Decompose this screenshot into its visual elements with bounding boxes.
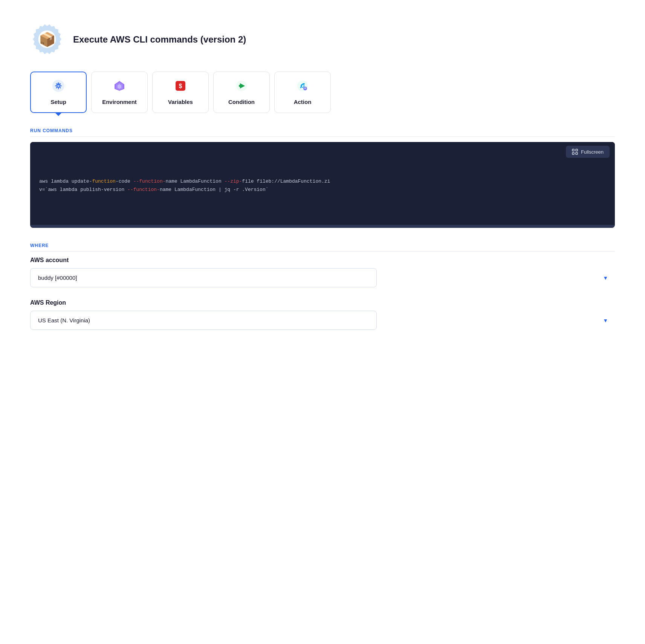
svg-rect-17: [576, 153, 578, 154]
tab-setup-label: Setup: [50, 99, 66, 105]
svg-rect-15: [576, 149, 578, 151]
code-scrollbar[interactable]: [30, 225, 615, 228]
svg-text:$: $: [179, 83, 182, 89]
page-title: Execute AWS CLI commands (version 2): [73, 34, 246, 45]
page-header: 📦 Execute AWS CLI commands (version 2): [30, 23, 615, 56]
svg-point-10: [239, 85, 241, 87]
aws-region-chevron-icon: ▼: [603, 317, 608, 324]
condition-icon: [235, 79, 248, 95]
svg-point-13: [303, 87, 307, 90]
aws-account-label: AWS account: [30, 257, 615, 264]
aws-account-group: AWS account buddy [#00000] ▼: [30, 257, 615, 287]
code-toolbar: Fullscreen: [30, 142, 615, 162]
code-body[interactable]: aws lambda update-function-code --functi…: [30, 162, 615, 225]
aws-account-chevron-icon: ▼: [603, 275, 608, 281]
where-section: WHERE AWS account buddy [#00000] ▼ AWS R…: [30, 243, 615, 330]
aws-account-select[interactable]: buddy [#00000]: [30, 268, 377, 287]
run-commands-section: RUN COMMANDS Fullscreen aws lambda updat…: [30, 128, 615, 228]
tab-condition[interactable]: Condition: [213, 72, 270, 113]
plugin-icon-wrap: 📦: [30, 23, 64, 56]
tab-environment-label: Environment: [102, 99, 137, 105]
tab-condition-label: Condition: [228, 99, 255, 105]
code-container: Fullscreen aws lambda update-function-co…: [30, 142, 615, 228]
tab-environment[interactable]: Environment: [91, 72, 148, 113]
box-icon: 📦: [39, 32, 56, 47]
aws-account-select-wrapper: buddy [#00000] ▼: [30, 268, 615, 287]
tab-bar: Setup Environment $ Variables: [30, 72, 615, 113]
setup-icon: [52, 79, 65, 95]
aws-region-select-wrapper: US East (N. Virginia) US West (Oregon) E…: [30, 311, 615, 330]
tab-variables[interactable]: $ Variables: [152, 72, 209, 113]
action-icon: [296, 79, 309, 95]
svg-rect-16: [572, 153, 574, 154]
aws-region-group: AWS Region US East (N. Virginia) US West…: [30, 299, 615, 330]
run-commands-label: RUN COMMANDS: [30, 128, 615, 137]
fullscreen-button[interactable]: Fullscreen: [566, 146, 610, 158]
tab-setup[interactable]: Setup: [30, 72, 87, 113]
fullscreen-icon: [572, 149, 578, 155]
aws-region-select[interactable]: US East (N. Virginia) US West (Oregon) E…: [30, 311, 377, 330]
tab-variables-label: Variables: [168, 99, 193, 105]
tab-action[interactable]: Action: [274, 72, 331, 113]
variables-icon: $: [174, 79, 187, 95]
where-label: WHERE: [30, 243, 615, 252]
fullscreen-label: Fullscreen: [581, 149, 604, 155]
svg-rect-14: [572, 149, 574, 151]
aws-region-label: AWS Region: [30, 299, 615, 306]
tab-action-label: Action: [294, 99, 312, 105]
environment-icon: [113, 79, 126, 95]
